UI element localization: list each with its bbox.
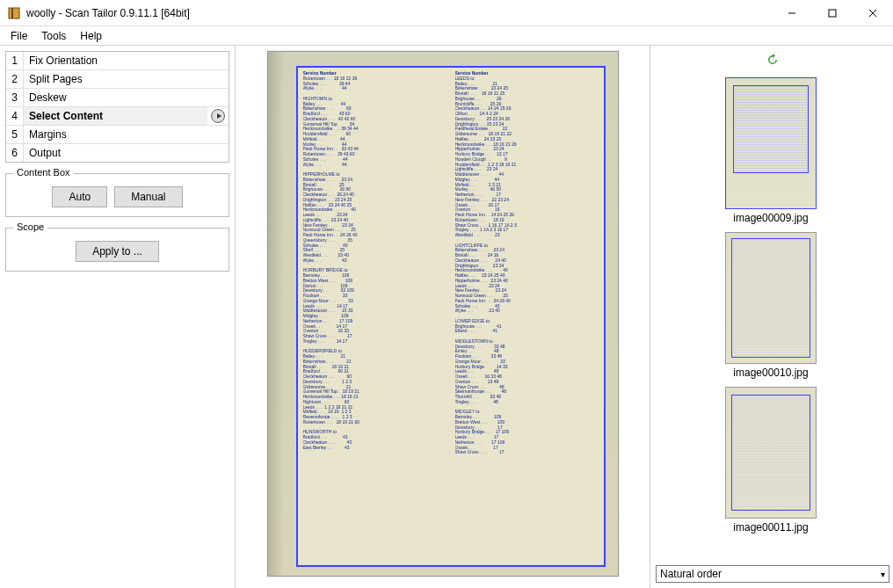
stage-select-content[interactable]: 4 Select Content — [6, 107, 229, 126]
window-controls — [772, 0, 893, 26]
manual-button[interactable]: Manual — [114, 186, 182, 207]
refresh-icon[interactable] — [766, 54, 779, 66]
thumbnail-item[interactable]: image00011.jpg — [701, 387, 841, 536]
scan-left-column: Service Number Roberttown . . 18 19 21 3… — [303, 71, 446, 562]
menubar: File Tools Help — [0, 26, 893, 46]
left-panel: 1 Fix Orientation 2 Split Pages 3 Deskew… — [0, 46, 236, 588]
svg-rect-1 — [11, 8, 13, 18]
thumb-toolbar — [656, 51, 889, 69]
page-scan[interactable]: Service Number Roberttown . . 18 19 21 3… — [267, 51, 619, 577]
scan-right-column: Service Number LEEDS to Batley . . . 21 … — [455, 71, 599, 562]
thumbnail-item[interactable]: image00010.jpg — [701, 232, 841, 381]
content-box-legend: Content Box — [13, 167, 74, 178]
stage-play-cell — [207, 107, 229, 125]
thumbnail-image[interactable] — [725, 387, 817, 519]
stage-margins[interactable]: 5 Margins — [6, 126, 229, 144]
svg-rect-0 — [9, 8, 19, 18]
content-box-group: Content Box Auto Manual — [5, 173, 229, 217]
menu-tools[interactable]: Tools — [34, 28, 73, 44]
stage-deskew[interactable]: 3 Deskew — [6, 89, 229, 107]
stage-output[interactable]: 6 Output — [6, 144, 229, 162]
maximize-button[interactable] — [812, 0, 853, 26]
svg-rect-3 — [829, 10, 836, 17]
stage-split-pages[interactable]: 2 Split Pages — [6, 70, 229, 89]
thumbnail-image[interactable] — [725, 232, 817, 364]
thumbnail-item[interactable]: image00009.jpg — [701, 77, 841, 227]
stage-fix-orientation[interactable]: 1 Fix Orientation — [6, 52, 229, 70]
minimize-button[interactable] — [772, 0, 812, 26]
scope-group: Scope Apply to ... — [5, 228, 229, 272]
play-icon[interactable] — [211, 109, 225, 123]
window-title: woolly - Scan Tailor 0.9.11.1 [64bit] — [26, 7, 772, 19]
menu-help[interactable]: Help — [73, 28, 109, 44]
thumbnail-label: image00011.jpg — [701, 519, 841, 536]
thumbnail-list[interactable]: image00009.jpg image00010.jpg image00011… — [656, 72, 889, 562]
thumbnail-label: image00009.jpg — [701, 209, 841, 227]
right-panel: image00009.jpg image00010.jpg image00011… — [650, 46, 893, 588]
apply-to-button[interactable]: Apply to ... — [76, 241, 159, 262]
menu-file[interactable]: File — [4, 28, 34, 44]
sort-order-value: Natural order — [660, 568, 722, 580]
thumbnail-image[interactable] — [725, 77, 817, 209]
center-panel[interactable]: Service Number Roberttown . . 18 19 21 3… — [236, 46, 650, 588]
titlebar: woolly - Scan Tailor 0.9.11.1 [64bit] — [0, 0, 893, 26]
content-selection-box[interactable]: Service Number Roberttown . . 18 19 21 3… — [296, 66, 606, 567]
auto-button[interactable]: Auto — [52, 186, 107, 207]
close-button[interactable] — [853, 0, 893, 26]
app-icon — [7, 6, 21, 20]
sort-order-combo[interactable]: Natural order — [656, 565, 889, 583]
stage-list: 1 Fix Orientation 2 Split Pages 3 Deskew… — [5, 51, 229, 163]
scope-legend: Scope — [13, 221, 47, 232]
thumbnail-label: image00010.jpg — [701, 364, 841, 381]
